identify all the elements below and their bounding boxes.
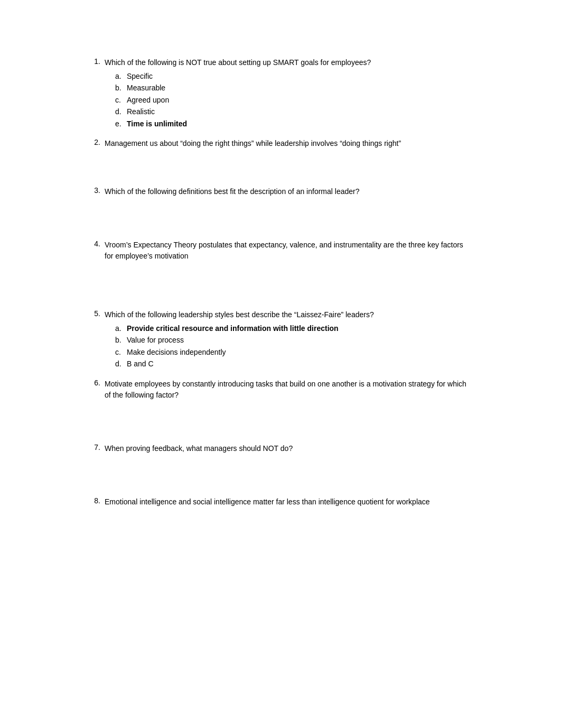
question-number-7: 7. bbox=[88, 443, 100, 456]
spacer-5 bbox=[88, 406, 473, 443]
question-number-4: 4. bbox=[88, 239, 100, 264]
page-container: 1.Which of the following is NOT true abo… bbox=[56, 0, 505, 555]
option-label: a. bbox=[115, 322, 124, 334]
option-label: a. bbox=[115, 70, 124, 82]
option-item-1-4: d.Realistic bbox=[115, 106, 473, 117]
options-list-5: a.Provide critical resource and informat… bbox=[115, 322, 473, 370]
options-list-1: a.Specificb.Measurablec.Agreed upond.Rea… bbox=[115, 70, 473, 130]
option-text: Specific bbox=[127, 70, 153, 82]
option-label: e. bbox=[115, 118, 124, 130]
option-item-5-4: d.B and C bbox=[115, 358, 473, 370]
question-item-5: 5.Which of the following leadership styl… bbox=[88, 309, 473, 370]
option-label: c. bbox=[115, 94, 124, 106]
question-item-3: 3.Which of the following definitions bes… bbox=[88, 186, 473, 199]
question-list: 1.Which of the following is NOT true abo… bbox=[88, 57, 473, 510]
option-item-1-5: e.Time is unlimited bbox=[115, 118, 473, 130]
option-text: Make decisions independently bbox=[127, 346, 226, 358]
question-number-6: 6. bbox=[88, 379, 100, 403]
question-number-2: 2. bbox=[88, 138, 100, 151]
question-content-4: Vroom’s Expectancy Theory postulates tha… bbox=[105, 239, 473, 264]
option-item-5-3: c.Make decisions independently bbox=[115, 346, 473, 358]
option-text: Value for process bbox=[127, 334, 184, 346]
spacer-2 bbox=[88, 202, 473, 239]
question-content-1: Which of the following is NOT true about… bbox=[105, 57, 473, 130]
question-text-8: Emotional intelligence and social intell… bbox=[105, 496, 473, 508]
option-text: Agreed upon bbox=[127, 94, 169, 106]
option-text: Measurable bbox=[127, 82, 165, 94]
question-item-7: 7.When proving feedback, what managers s… bbox=[88, 443, 473, 456]
option-text: Realistic bbox=[127, 106, 155, 117]
option-label: c. bbox=[115, 346, 124, 358]
question-text-3: Which of the following definitions best … bbox=[105, 186, 473, 197]
question-content-2: Management us about “doing the right thi… bbox=[105, 138, 473, 151]
spacer-3 bbox=[88, 267, 473, 309]
spacer-1 bbox=[88, 154, 473, 186]
option-item-5-1: a.Provide critical resource and informat… bbox=[115, 322, 473, 334]
question-text-1: Which of the following is NOT true about… bbox=[105, 57, 473, 68]
question-item-2: 2.Management us about “doing the right t… bbox=[88, 138, 473, 151]
option-label: d. bbox=[115, 358, 124, 370]
question-number-3: 3. bbox=[88, 186, 100, 199]
option-text: Provide critical resource and informatio… bbox=[127, 322, 339, 334]
question-item-6: 6.Motivate employees by constantly intro… bbox=[88, 379, 473, 403]
question-content-6: Motivate employees by constantly introdu… bbox=[105, 379, 473, 403]
question-content-5: Which of the following leadership styles… bbox=[105, 309, 473, 370]
question-text-4: Vroom’s Expectancy Theory postulates tha… bbox=[105, 239, 473, 262]
question-text-5: Which of the following leadership styles… bbox=[105, 309, 473, 320]
question-item-8: 8.Emotional intelligence and social inte… bbox=[88, 496, 473, 510]
option-label: d. bbox=[115, 106, 124, 117]
question-item-4: 4.Vroom’s Expectancy Theory postulates t… bbox=[88, 239, 473, 264]
question-number-5: 5. bbox=[88, 309, 100, 370]
option-item-1-2: b.Measurable bbox=[115, 82, 473, 94]
option-item-1-1: a.Specific bbox=[115, 70, 473, 82]
option-label: b. bbox=[115, 334, 124, 346]
question-content-7: When proving feedback, what managers sho… bbox=[105, 443, 473, 456]
question-text-6: Motivate employees by constantly introdu… bbox=[105, 379, 473, 401]
option-item-1-3: c.Agreed upon bbox=[115, 94, 473, 106]
option-item-5-2: b.Value for process bbox=[115, 334, 473, 346]
question-content-3: Which of the following definitions best … bbox=[105, 186, 473, 199]
question-content-8: Emotional intelligence and social intell… bbox=[105, 496, 473, 510]
question-number-8: 8. bbox=[88, 496, 100, 510]
question-text-7: When proving feedback, what managers sho… bbox=[105, 443, 473, 454]
option-text: Time is unlimited bbox=[127, 118, 187, 130]
question-text-2: Management us about “doing the right thi… bbox=[105, 138, 473, 149]
spacer-0 bbox=[88, 133, 473, 138]
option-label: b. bbox=[115, 82, 124, 94]
question-item-1: 1.Which of the following is NOT true abo… bbox=[88, 57, 473, 130]
spacer-6 bbox=[88, 459, 473, 496]
option-text: B and C bbox=[127, 358, 154, 370]
spacer-4 bbox=[88, 373, 473, 379]
question-number-1: 1. bbox=[88, 57, 100, 130]
